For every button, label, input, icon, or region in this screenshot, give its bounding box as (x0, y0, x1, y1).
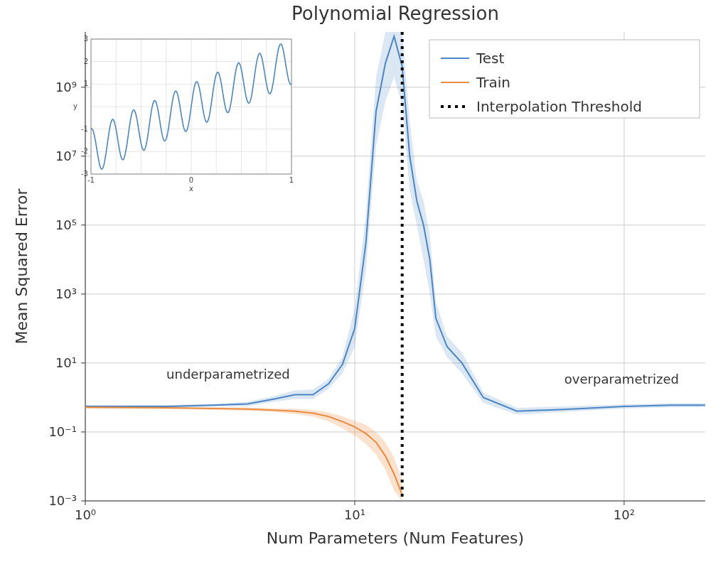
inset-xlabel: x (189, 185, 193, 193)
y-tick-label: 10⁻¹ (48, 424, 77, 439)
inset-y-tick: -2 (81, 147, 88, 155)
inset-y-tick: 3 (84, 35, 88, 43)
y-tick-label: 10⁷ (55, 148, 77, 163)
polynomial-regression-chart: 10⁰10¹10²10⁻³10⁻¹10¹10³10⁵10⁷10⁹underpar… (0, 0, 728, 562)
y-tick-label: 10⁵ (55, 217, 77, 232)
chart-title: Polynomial Regression (291, 3, 499, 24)
legend-label: Train (476, 74, 510, 91)
y-tick-label: 10⁹ (55, 80, 77, 94)
y-tick-label: 10⁻³ (48, 493, 77, 508)
inset-y-tick: -1 (81, 125, 88, 133)
overparam-label: overparametrized (564, 372, 679, 387)
inset-x-tick: 1 (289, 176, 294, 184)
underparam-label: underparametrized (166, 367, 290, 382)
legend-label: Test (476, 50, 505, 67)
inset-ylabel: y (73, 102, 77, 110)
inset-x-tick: -1 (87, 176, 95, 184)
inset-x-tick: 0 (189, 176, 193, 184)
y-axis-label: Mean Squared Error (13, 188, 31, 345)
legend-label: Interpolation Threshold (476, 98, 642, 115)
inset-y-tick: 2 (84, 58, 88, 65)
y-tick-label: 10³ (55, 286, 77, 301)
inset-y-tick: 1 (84, 80, 88, 87)
x-tick-label: 10¹ (344, 507, 365, 522)
x-tick-label: 10⁰ (75, 507, 96, 522)
x-tick-label: 10² (614, 507, 635, 522)
y-tick-label: 10¹ (55, 355, 77, 370)
inset-y-tick: -3 (81, 170, 88, 178)
x-axis-label: Num Parameters (Num Features) (267, 529, 524, 547)
